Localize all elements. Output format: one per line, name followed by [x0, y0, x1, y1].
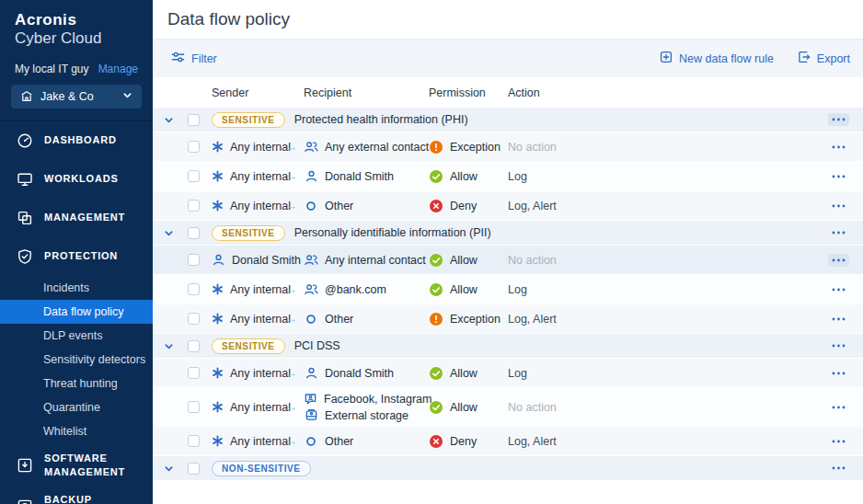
- column-header-action: Action: [508, 86, 824, 99]
- checkbox-cell: [188, 313, 212, 325]
- row-checkbox[interactable]: [188, 283, 200, 295]
- allow-icon: [429, 367, 443, 380]
- policy-group-row: SENSITIVEPCI DSS: [153, 334, 863, 359]
- chevron-down-icon[interactable]: [164, 464, 174, 474]
- menu-cell: [824, 313, 852, 326]
- sidebar-item-label: WORKLOADS: [44, 172, 140, 186]
- group-checkbox[interactable]: [188, 340, 200, 352]
- new-data-flow-rule-button[interactable]: New data flow rule: [660, 51, 774, 66]
- contact-icon: [304, 366, 318, 380]
- sidebar-item-backup-storage[interactable]: BACKUP STORAGE: [0, 487, 153, 504]
- sidebar-item-whitelist[interactable]: Whitelist: [0, 419, 153, 443]
- chevron-down-icon[interactable]: [164, 228, 174, 238]
- row-checkbox[interactable]: [188, 435, 200, 447]
- policy-rule-row: Any internal→OtherDenyLog, Alert: [153, 427, 863, 456]
- sidebar-item-threat-hunting[interactable]: Threat hunting: [0, 372, 153, 395]
- allow-icon: [429, 401, 443, 414]
- menu-cell: [824, 200, 852, 212]
- chevron-down-icon[interactable]: [164, 341, 174, 351]
- row-checkbox[interactable]: [188, 367, 200, 379]
- recipient-line: External storage: [304, 408, 429, 422]
- sidebar-item-incidents[interactable]: Incidents: [0, 276, 153, 300]
- sidebar-item-protection[interactable]: PROTECTION: [0, 237, 153, 276]
- building-icon: [20, 88, 33, 105]
- sidebar-item-workloads[interactable]: WORKLOADS: [0, 160, 153, 199]
- protection-icon: [17, 248, 33, 265]
- recipient-cell: Any external contact: [304, 140, 429, 154]
- row-menu-button[interactable]: [828, 462, 849, 475]
- row-checkbox[interactable]: [188, 401, 200, 413]
- recipient-label: Other: [325, 435, 353, 448]
- row-menu-button[interactable]: [828, 339, 849, 352]
- sidebar-item-software-management[interactable]: SOFTWARE MANAGEMENT: [0, 443, 153, 487]
- sender-cell: Any internal: [212, 170, 285, 183]
- group-checkbox[interactable]: [188, 227, 200, 239]
- permission-label: Exception: [450, 141, 501, 154]
- group-checkbox[interactable]: [188, 463, 200, 475]
- recipient-line: Other: [304, 313, 429, 326]
- sidebar-item-label: DLP events: [43, 329, 102, 342]
- row-menu-button[interactable]: [828, 170, 849, 183]
- sender-cell: Donald Smith: [212, 253, 285, 267]
- sidebar-item-label: Sensitivity detectors: [43, 353, 145, 366]
- recipient-label: Any internal contact: [325, 254, 426, 267]
- sidebar-item-management[interactable]: MANAGEMENT: [0, 199, 153, 237]
- row-menu-button[interactable]: [828, 401, 849, 414]
- sidebar-item-sensitivity-detectors[interactable]: Sensitivity detectors: [0, 348, 153, 372]
- checkbox-cell: [188, 254, 212, 266]
- sender-cell: Any internal: [212, 367, 285, 380]
- row-checkbox[interactable]: [188, 141, 200, 153]
- policy-group-row: NON-SENSITIVE: [153, 456, 863, 481]
- row-menu-button[interactable]: [828, 200, 849, 212]
- checkbox-cell: [188, 435, 212, 447]
- recipient-label: Other: [325, 200, 353, 212]
- sender-cell: Any internal: [212, 200, 285, 212]
- row-menu-button[interactable]: [828, 226, 849, 239]
- tenant-selector[interactable]: Jake & Co: [11, 85, 142, 109]
- policy-rule-row: Any internal→@bank.comAllowLog: [153, 275, 863, 304]
- group-checkbox[interactable]: [188, 114, 200, 126]
- row-menu-button[interactable]: [828, 435, 849, 448]
- chevron-down-icon[interactable]: [164, 115, 174, 125]
- policy-rule-row: Any internal→Facebook, InstagramExternal…: [153, 388, 863, 427]
- checkbox-cell: [188, 401, 212, 413]
- permission-cell: Allow: [429, 170, 508, 183]
- row-checkbox[interactable]: [188, 200, 200, 212]
- arrow-right-icon: →: [285, 282, 304, 296]
- row-checkbox[interactable]: [188, 313, 200, 325]
- row-menu-button[interactable]: [828, 367, 849, 380]
- recipient-label: @bank.com: [325, 283, 386, 296]
- other-icon: [304, 436, 318, 447]
- sidebar-item-data-flow-policy[interactable]: Data flow policy: [0, 300, 153, 324]
- action-cell: Log: [508, 367, 824, 380]
- permission-label: Deny: [450, 200, 477, 212]
- permission-cell: Allow: [429, 401, 508, 414]
- software-management-icon: [17, 457, 33, 474]
- recipient-cell: Facebook, InstagramExternal storage: [304, 392, 429, 422]
- policy-group-row: SENSITIVEPersonally identifiable informa…: [153, 221, 863, 246]
- sidebar-item-dashboard[interactable]: DASHBOARD: [0, 121, 153, 160]
- row-menu-button[interactable]: [828, 113, 849, 126]
- sidebar-nav: DASHBOARDWORKLOADSMANAGEMENTPROTECTIONIn…: [0, 121, 153, 504]
- row-menu-button[interactable]: [828, 313, 849, 326]
- social-apps-icon: [304, 392, 317, 406]
- row-menu-button[interactable]: [828, 283, 849, 296]
- other-icon: [304, 314, 318, 325]
- sidebar-item-quarantine[interactable]: Quarantine: [0, 395, 153, 419]
- manage-link[interactable]: Manage: [98, 63, 138, 75]
- recipient-line: Donald Smith: [304, 169, 429, 183]
- brand-line1: Acronis: [15, 11, 138, 29]
- row-checkbox[interactable]: [188, 254, 200, 266]
- sender-label: Any internal: [230, 141, 291, 154]
- row-menu-button[interactable]: [828, 141, 849, 154]
- row-menu-button[interactable]: [828, 254, 849, 267]
- sensitivity-badge: SENSITIVE: [212, 225, 285, 241]
- asterisk-icon: [212, 141, 224, 153]
- sidebar-item-dlp-events[interactable]: DLP events: [0, 324, 153, 348]
- asterisk-icon: [212, 367, 224, 379]
- column-header-sender: Sender: [212, 86, 285, 99]
- export-button[interactable]: Export: [798, 51, 850, 66]
- filter-button[interactable]: Filter: [171, 51, 217, 66]
- deny-icon: [429, 435, 443, 448]
- row-checkbox[interactable]: [188, 170, 200, 182]
